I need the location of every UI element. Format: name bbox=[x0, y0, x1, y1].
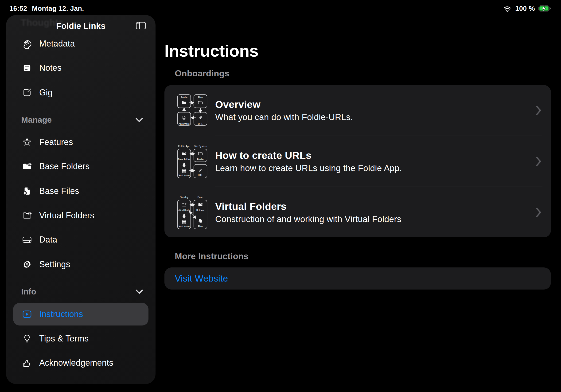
sidebar-section-manage[interactable]: Manage bbox=[21, 114, 143, 126]
svg-text:Files: Files bbox=[198, 225, 203, 228]
overview-diagram-icon: Foldie Files Anywhere URL bbox=[176, 93, 211, 128]
onboarding-subtitle: Construction of and working with Virtual… bbox=[215, 214, 535, 224]
lightbulb-icon bbox=[21, 333, 33, 345]
virtual-folders-diagram-icon: Overlay Base Virtual Folder Folders Host… bbox=[176, 194, 211, 231]
chevron-right-icon bbox=[535, 207, 541, 218]
create-urls-diagram-icon: Foldie App File System Base Folder Folde… bbox=[176, 143, 211, 180]
sidebar-section-info[interactable]: Info bbox=[21, 286, 143, 297]
file-gear-filled-icon bbox=[21, 185, 33, 197]
thumbs-up-icon bbox=[21, 357, 33, 369]
star-icon bbox=[21, 136, 33, 148]
sidebar: Thoughts Foldie Links Metadata Notes Gig… bbox=[6, 15, 155, 384]
sidebar-item-features[interactable]: Features bbox=[13, 131, 149, 153]
sidebar-item-base-files[interactable]: Base Files bbox=[13, 180, 149, 202]
svg-text:Host Name: Host Name bbox=[179, 225, 190, 228]
sidebar-item-instructions[interactable]: Instructions bbox=[13, 303, 149, 326]
onboardings-card: Foldie Files Anywhere URL Overview What … bbox=[164, 85, 551, 237]
section-header-more-instructions: More Instructions bbox=[175, 251, 248, 261]
sidebar-item-metadata[interactable]: Metadata bbox=[13, 33, 149, 55]
onboarding-row-how-to-create-urls[interactable]: Foldie App File System Base Folder Folde… bbox=[164, 136, 551, 187]
svg-text:URL: URL bbox=[198, 122, 203, 125]
battery-charging-icon bbox=[539, 5, 552, 11]
page-title: Instructions bbox=[164, 41, 259, 60]
chevron-down-icon bbox=[135, 117, 143, 123]
svg-text:Overlay: Overlay bbox=[180, 196, 189, 198]
onboarding-title: Virtual Folders bbox=[215, 201, 535, 212]
onboarding-row-overview[interactable]: Foldie Files Anywhere URL Overview What … bbox=[164, 85, 551, 136]
onboarding-subtitle: What you can do with Foldie-URLs. bbox=[215, 112, 535, 122]
sidebar-toggle-icon bbox=[135, 21, 147, 31]
status-bar: 16:52 Montag 12. Jan. 100 % bbox=[0, 0, 561, 15]
chevron-right-icon bbox=[535, 156, 541, 166]
sidebar-item-data[interactable]: Data bbox=[13, 229, 149, 251]
onboarding-subtitle: Learn how to create URLs using the Foldi… bbox=[215, 163, 535, 173]
svg-text:Virtual Folder: Virtual Folder bbox=[178, 209, 191, 211]
visit-website-link[interactable]: Visit Website bbox=[175, 273, 228, 284]
sidebar-item-acknowledgements[interactable]: Acknowledgements bbox=[13, 352, 149, 374]
svg-text:Host Name: Host Name bbox=[179, 174, 190, 177]
onboarding-title: Overview bbox=[215, 99, 535, 110]
sidebar-title: Foldie Links bbox=[6, 21, 155, 31]
svg-text:Foldie App: Foldie App bbox=[178, 144, 190, 147]
svg-text:Files: Files bbox=[198, 96, 203, 99]
onboarding-title: How to create URLs bbox=[215, 150, 535, 161]
svg-text:Folder: Folder bbox=[197, 158, 204, 161]
visit-website-card[interactable]: Visit Website bbox=[164, 267, 551, 290]
chevron-right-icon bbox=[535, 106, 541, 115]
sidebar-item-notes[interactable]: Notes bbox=[13, 57, 149, 79]
compose-icon bbox=[21, 87, 33, 98]
status-time: 16:52 bbox=[9, 5, 27, 12]
svg-text:Folders: Folders bbox=[196, 209, 204, 211]
chevron-down-icon bbox=[135, 289, 143, 294]
sidebar-item-tips-terms[interactable]: Tips & Terms bbox=[13, 327, 149, 350]
sidebar-item-gig[interactable]: Gig bbox=[13, 81, 149, 104]
sidebar-toggle-button[interactable] bbox=[134, 20, 148, 31]
svg-text:Base Folder: Base Folder bbox=[178, 158, 190, 161]
section-header-onboardings: Onboardings bbox=[175, 69, 229, 78]
svg-text:Base: Base bbox=[198, 196, 204, 198]
play-rectangle-icon bbox=[21, 308, 33, 320]
onboarding-row-virtual-folders[interactable]: Overlay Base Virtual Folder Folders Host… bbox=[164, 187, 551, 238]
folder-gear-filled-icon bbox=[21, 161, 33, 172]
svg-text:Anywhere: Anywhere bbox=[179, 122, 190, 125]
svg-text:File System: File System bbox=[194, 144, 207, 147]
brain-head-profile-icon bbox=[21, 38, 33, 50]
folder-gear-outline-icon bbox=[21, 210, 33, 221]
external-drive-icon bbox=[21, 234, 33, 246]
note-text-icon bbox=[21, 62, 33, 74]
svg-text:URL: URL bbox=[198, 174, 203, 177]
battery-percent: 100 % bbox=[515, 5, 535, 12]
wifi-icon bbox=[503, 5, 512, 12]
sidebar-item-settings[interactable]: Settings bbox=[13, 253, 149, 276]
svg-text:Foldie: Foldie bbox=[181, 96, 187, 99]
gear-icon bbox=[21, 259, 33, 270]
sidebar-item-virtual-folders[interactable]: Virtual Folders bbox=[13, 204, 149, 227]
status-date: Montag 12. Jan. bbox=[32, 5, 84, 12]
sidebar-item-base-folders[interactable]: Base Folders bbox=[13, 155, 149, 178]
